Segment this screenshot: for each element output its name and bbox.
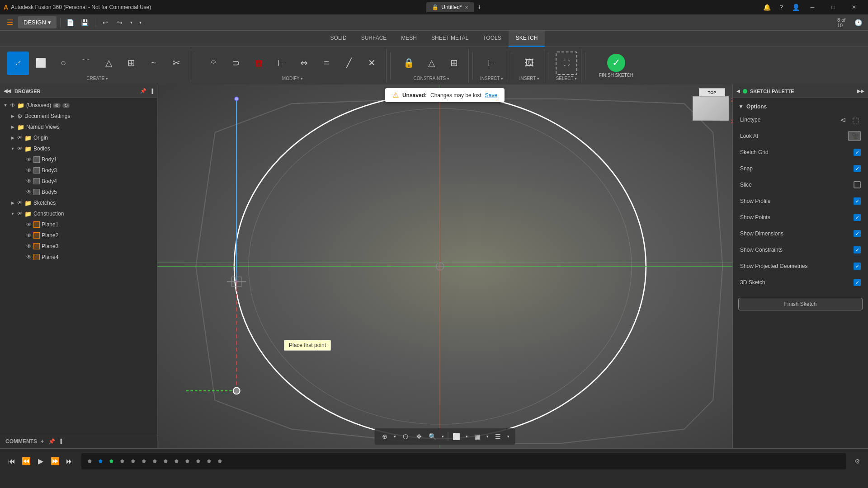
named-views-expand[interactable]: ▶ bbox=[9, 123, 16, 131]
keyframe-10[interactable]: ⬟ bbox=[193, 457, 203, 466]
insert-label[interactable]: INSERT ▾ bbox=[519, 76, 539, 81]
clock-icon[interactable]: 🕐 bbox=[852, 16, 864, 29]
help-icon[interactable]: ? bbox=[775, 1, 788, 14]
coincident-btn[interactable]: △ bbox=[420, 52, 442, 75]
linetype-construction-btn[interactable]: ⬚ bbox=[850, 114, 861, 125]
body1-eye[interactable]: 👁 bbox=[26, 156, 32, 163]
file-tab[interactable]: 🔒 Untitled* ✕ bbox=[426, 2, 473, 12]
view-cube-top[interactable]: TOP bbox=[699, 88, 725, 97]
fillet-btn[interactable]: ⌔ bbox=[203, 52, 224, 75]
fit-all-btn[interactable]: ⬡ bbox=[399, 430, 412, 443]
save-btn[interactable]: 💾 bbox=[79, 16, 91, 29]
tab-surface[interactable]: SURFACE bbox=[354, 31, 394, 47]
tree-item-plane1[interactable]: ▶ 👁 Plane1 bbox=[0, 219, 157, 230]
save-link[interactable]: Save bbox=[485, 92, 497, 99]
palette-collapse-btn[interactable]: ◀ bbox=[736, 89, 740, 94]
comments-expand-btn[interactable]: ▐ bbox=[59, 439, 62, 444]
body4-eye[interactable]: 👁 bbox=[26, 178, 32, 184]
palette-expand-btn[interactable]: ▶▶ bbox=[857, 89, 864, 94]
tab-mesh[interactable]: MESH bbox=[394, 31, 424, 47]
view-cube-face[interactable] bbox=[693, 96, 729, 121]
tree-item-construction[interactable]: ▼ 👁 📁 Construction bbox=[0, 208, 157, 219]
undo-dropdown[interactable]: ▾ bbox=[128, 16, 135, 29]
refresh-badge[interactable]: ↻ bbox=[62, 103, 70, 108]
anim-next-btn[interactable]: ⏩ bbox=[49, 455, 61, 468]
keyframe-7[interactable]: ⬟ bbox=[161, 457, 170, 466]
undo-btn[interactable]: ↩ bbox=[99, 16, 112, 29]
view-cube[interactable]: TOP Z X bbox=[693, 88, 729, 124]
palette-finish-sketch-btn[interactable]: Finish Sketch bbox=[738, 298, 863, 310]
tree-item-body1[interactable]: ▶ 👁 Body1 bbox=[0, 154, 157, 165]
anim-prev-btn[interactable]: ⏪ bbox=[20, 455, 33, 468]
anim-skip-start-btn[interactable]: ⏮ bbox=[5, 455, 18, 468]
view-options-btn[interactable]: ☰ bbox=[492, 430, 505, 443]
slice-checkbox[interactable] bbox=[854, 181, 861, 188]
zoom-dropdown[interactable]: ▾ bbox=[440, 430, 446, 443]
plane2-eye[interactable]: 👁 bbox=[26, 232, 32, 239]
construction-eye[interactable]: 👁 bbox=[17, 211, 23, 217]
options-section-header[interactable]: ▼ Options bbox=[733, 102, 868, 112]
3d-sketch-checkbox[interactable]: ✓ bbox=[854, 279, 861, 286]
anim-skip-end-btn[interactable]: ⏭ bbox=[63, 455, 76, 468]
linetype-solid-btn[interactable]: ⊲ bbox=[837, 114, 848, 125]
modify-label[interactable]: MODIFY ▾ bbox=[282, 76, 303, 81]
construction-expand[interactable]: ▼ bbox=[9, 210, 16, 217]
tree-item-named-views[interactable]: ▶ 📁 Named Views bbox=[0, 122, 157, 132]
browser-expand-btn[interactable]: ▐ bbox=[150, 89, 153, 94]
keyframe-2[interactable]: ⬟ bbox=[107, 457, 116, 466]
circle-tool-btn[interactable]: ○ bbox=[52, 52, 74, 75]
body3-eye[interactable]: 👁 bbox=[26, 167, 32, 174]
snap-checkbox[interactable]: ✓ bbox=[854, 165, 861, 172]
tree-item-body4[interactable]: ▶ 👁 Body4 bbox=[0, 176, 157, 187]
show-dimensions-checkbox[interactable]: ✓ bbox=[854, 230, 861, 237]
profile-icon[interactable]: 👤 bbox=[789, 1, 802, 14]
sketch-grid-checkbox[interactable]: ✓ bbox=[854, 149, 861, 156]
tree-item-body3[interactable]: ▶ 👁 Body3 bbox=[0, 165, 157, 176]
tree-item-body5[interactable]: ▶ 👁 Body5 bbox=[0, 187, 157, 197]
redo-dropdown[interactable]: ▾ bbox=[137, 16, 144, 29]
grid-dropdown[interactable]: ▾ bbox=[485, 430, 491, 443]
grid-btn[interactable]: ▦ bbox=[471, 430, 484, 443]
keyframe-6[interactable]: ⬟ bbox=[150, 457, 159, 466]
tree-item-origin[interactable]: ▶ 👁 📁 Origin bbox=[0, 132, 157, 143]
more-tools-btn[interactable]: ⊞ bbox=[120, 52, 142, 75]
redo-btn[interactable]: ↪ bbox=[113, 16, 126, 29]
win-minimize[interactable]: ─ bbox=[802, 0, 823, 14]
bodies-eye[interactable]: 👁 bbox=[17, 145, 23, 152]
tree-item-sketches[interactable]: ▶ 👁 📁 Sketches bbox=[0, 197, 157, 208]
keyframe-11[interactable]: ⬟ bbox=[204, 457, 213, 466]
display-mode-btn[interactable]: ⬜ bbox=[450, 430, 463, 443]
tree-item-plane4[interactable]: ▶ 👁 Plane4 bbox=[0, 252, 157, 263]
finish-sketch-btn[interactable]: ✓ FINISH SKETCH bbox=[593, 51, 640, 80]
keyframe-0[interactable]: ⬟ bbox=[85, 457, 94, 466]
orbit-btn[interactable]: ⊕ bbox=[378, 430, 391, 443]
dim-btn[interactable]: ⊞ bbox=[443, 52, 465, 75]
tab-sketch[interactable]: SKETCH bbox=[509, 31, 545, 47]
win-close[interactable]: ✕ bbox=[844, 0, 864, 14]
win-maximize[interactable]: □ bbox=[823, 0, 844, 14]
timeline-settings-btn[interactable]: ⚙ bbox=[852, 456, 863, 467]
show-projected-checkbox[interactable]: ✓ bbox=[854, 263, 861, 270]
sketches-eye[interactable]: 👁 bbox=[17, 200, 23, 206]
offset-btn[interactable]: ⊃ bbox=[225, 52, 247, 75]
timeline[interactable]: ⬟ ⬟ ⬟ ⬟ ⬟ ⬟ ⬟ ⬟ ⬟ ⬟ ⬟ ⬟ ⬟ bbox=[81, 453, 846, 469]
pattern-btn[interactable]: = bbox=[316, 52, 337, 75]
view-options-dropdown[interactable]: ▾ bbox=[505, 430, 512, 443]
tree-item-bodies[interactable]: ▼ 👁 📁 Bodies bbox=[0, 143, 157, 154]
tab-tools[interactable]: TOOLS bbox=[476, 31, 508, 47]
doc-settings-expand[interactable]: ▶ bbox=[9, 113, 16, 120]
display-mode-dropdown[interactable]: ▾ bbox=[464, 430, 470, 443]
line-tool-btn[interactable]: ⟋ bbox=[7, 52, 29, 75]
plane3-eye[interactable]: 👁 bbox=[26, 243, 32, 249]
scissors-btn[interactable]: ✂ bbox=[165, 52, 187, 75]
create-label[interactable]: CREATE ▾ bbox=[86, 76, 108, 81]
show-profile-checkbox[interactable]: ✓ bbox=[854, 197, 861, 205]
tab-sheet-metal[interactable]: SHEET METAL bbox=[424, 31, 476, 47]
insert-image-btn[interactable]: 🖼 bbox=[519, 52, 540, 75]
intersect-btn[interactable]: ✕ bbox=[361, 52, 382, 75]
origin-expand[interactable]: ▶ bbox=[9, 134, 16, 141]
notification-icon[interactable]: 🔔 bbox=[760, 1, 773, 14]
mirror-btn[interactable]: ⇔ bbox=[293, 52, 315, 75]
root-expand[interactable]: ▼ bbox=[2, 102, 9, 109]
keyframe-3[interactable]: ⬟ bbox=[118, 457, 127, 466]
